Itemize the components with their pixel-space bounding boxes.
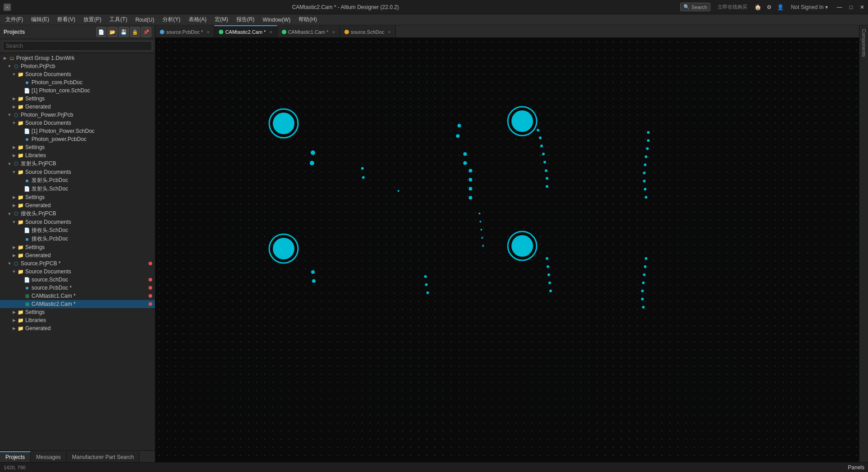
tree-item-project-group[interactable]: ▶ 🗂 Project Group 1.DsnWrk xyxy=(0,54,155,62)
folder-icon-g5: 📁 xyxy=(17,325,24,331)
tree-item-photon-prjpcb[interactable]: ▼ ⬡ Photon.PrjPcb xyxy=(0,62,155,70)
label-src1: Source Documents xyxy=(25,71,71,77)
tree-item-photon-core-pcb[interactable]: ■ Photon_core.PcbDoc xyxy=(0,78,155,86)
arrow-settings3: ▶ xyxy=(11,195,17,200)
minimize-btn[interactable]: — xyxy=(837,4,842,10)
tree-item-src2[interactable]: ▼ 📁 Source Documents xyxy=(0,119,155,127)
tree-item-src5[interactable]: ▼ 📁 Source Documents xyxy=(0,268,155,276)
panels-btn[interactable]: Panels xyxy=(848,464,864,471)
arrow-power: ▼ xyxy=(6,113,13,117)
close-panel-btn[interactable]: 🔒 xyxy=(130,27,140,37)
tree-item-settings4[interactable]: ▶ 📁 Settings xyxy=(0,243,155,251)
titlebar-left: A xyxy=(4,4,11,11)
cam-icon-2: ⊞ xyxy=(23,301,31,307)
folder-icon-g3: 📁 xyxy=(17,202,24,209)
tree-item-source-pcb[interactable]: ■ source.PcbDoc * xyxy=(0,284,155,292)
menu-view[interactable]: 察看(V) xyxy=(54,15,79,24)
user-icon[interactable]: 👤 xyxy=(777,4,784,10)
tree-item-jieshou-pcb[interactable]: ■ 接收头.PcbDoc xyxy=(0,235,155,243)
maximize-btn[interactable]: □ xyxy=(850,4,853,10)
tree-item-generated4[interactable]: ▶ 📁 Generated xyxy=(0,251,155,259)
menu-file[interactable]: 文件(F) xyxy=(2,15,27,24)
label-source-sch: source.SchDoc xyxy=(32,277,68,283)
tree-item-generated3[interactable]: ▶ 📁 Generated xyxy=(0,201,155,209)
search-input[interactable] xyxy=(3,41,152,51)
components-label[interactable]: Components xyxy=(860,27,868,59)
tree-item-settings1[interactable]: ▶ 📁 Settings xyxy=(0,95,155,103)
open-btn[interactable]: 📂 xyxy=(108,27,118,37)
tree-item-cam1[interactable]: ⊞ CAMtastic1.Cam * xyxy=(0,292,155,300)
label-settings2: Settings xyxy=(25,144,45,150)
menu-macro[interactable]: 宏(M) xyxy=(211,15,232,24)
right-panel: Components xyxy=(859,25,868,462)
menu-edit[interactable]: 编辑(E) xyxy=(27,15,53,24)
tree-item-src1[interactable]: ▼ 📁 Source Documents xyxy=(0,70,155,78)
tab-mfr-search[interactable]: Manufacturer Part Search xyxy=(67,451,140,462)
tab-close-source-sch[interactable]: × xyxy=(388,29,391,35)
menu-analyze[interactable]: 分析(Y) xyxy=(159,15,184,24)
menu-place[interactable]: 放置(P) xyxy=(80,15,105,24)
tree-item-jieshou-sch[interactable]: 📄 接收头.SchDoc xyxy=(0,226,155,235)
titlebar-title: CAMtastic2.Cam * - Altium Designer (22.0… xyxy=(11,4,680,10)
tab-close-cam2[interactable]: × xyxy=(269,29,272,35)
tab-messages[interactable]: Messages xyxy=(31,451,67,462)
tree-item-power-sch[interactable]: 📄 [1] Photon_Power.SchDoc xyxy=(0,127,155,135)
tree-item-libraries1[interactable]: ▶ 📁 Libraries xyxy=(0,151,155,159)
close-btn[interactable]: ✕ xyxy=(860,4,864,10)
tree-item-generated1[interactable]: ▶ 📁 Generated xyxy=(0,103,155,111)
tree-item-settings5[interactable]: ▶ 📁 Settings xyxy=(0,308,155,316)
tab-source-pcb[interactable]: source.PcbDoc * × xyxy=(155,25,214,37)
tree-item-source-prjpcb[interactable]: ▼ ⬡ Source.PrjPCB * xyxy=(0,259,155,268)
new-project-btn[interactable]: 📄 xyxy=(96,27,106,37)
settings-icon[interactable]: ⚙ xyxy=(767,4,772,10)
pin-btn[interactable]: 📌 xyxy=(141,27,151,37)
sign-in-text[interactable]: Not Signed In ▾ xyxy=(791,4,828,10)
arrow-fasheji: ▼ xyxy=(6,162,13,166)
tab-bar: source.PcbDoc * × CAMtastic2.Cam * × CAM… xyxy=(155,25,859,38)
tree-item-fasheji-pcb[interactable]: ■ 发射头.PcbDoc xyxy=(0,176,155,185)
label-settings5: Settings xyxy=(25,309,45,315)
menu-window[interactable]: Window(W) xyxy=(259,16,294,24)
canvas-area[interactable] xyxy=(155,38,859,462)
search-label: Search xyxy=(692,5,707,10)
online-btn[interactable]: 立即在线购买 xyxy=(718,4,747,10)
tab-projects[interactable]: Projects xyxy=(0,451,31,462)
tree-item-photon-power[interactable]: ▼ ⬡ Photon_Power.PrjPcb xyxy=(0,111,155,119)
folder-icon-l5: 📁 xyxy=(17,317,24,323)
tree-item-cam2[interactable]: ⊞ CAMtastic2.Cam * xyxy=(0,300,155,308)
pcb-icon-source: ■ xyxy=(23,285,31,291)
tab-source-sch[interactable]: source.SchDoc × xyxy=(340,25,396,37)
panel-search-area xyxy=(0,39,155,53)
folder-icon-s1: 📁 xyxy=(17,95,24,102)
tree-item-source-sch[interactable]: 📄 source.SchDoc xyxy=(0,276,155,284)
tab-close-cam1[interactable]: × xyxy=(332,29,335,35)
titlebar-search[interactable]: 🔍 Search xyxy=(680,3,710,11)
tree-item-fasheji-sch[interactable]: 📄 发射头.SchDoc xyxy=(0,185,155,193)
save-btn[interactable]: 💾 xyxy=(119,27,129,37)
tree-item-generated5[interactable]: ▶ 📁 Generated xyxy=(0,324,155,332)
label-libraries1: Libraries xyxy=(25,152,46,159)
tree-item-jieshou[interactable]: ▼ ⬡ 接收头.PrjPCB xyxy=(0,209,155,218)
label-power-sch: [1] Photon_Power.SchDoc xyxy=(32,128,95,134)
tab-camtastic2[interactable]: CAMtastic2.Cam * × xyxy=(214,25,277,37)
tree-item-fasheji[interactable]: ▼ ⬡ 发射头.PrjPCB xyxy=(0,159,155,168)
label-source-pcb: source.PcbDoc * xyxy=(32,285,72,291)
menu-help[interactable]: 帮助(H) xyxy=(295,15,321,24)
menu-table[interactable]: 表格(A) xyxy=(185,15,210,24)
tree-item-photon-core-sch[interactable]: 📄 [1] Photon_core.SchDoc xyxy=(0,86,155,95)
menu-tools[interactable]: 工具(T) xyxy=(106,15,131,24)
tree-item-src3[interactable]: ▼ 📁 Source Documents xyxy=(0,168,155,176)
tree-item-settings3[interactable]: ▶ 📁 Settings xyxy=(0,193,155,201)
tree-item-src4[interactable]: ▼ 📁 Source Documents xyxy=(0,218,155,226)
tab-close-source-pcb[interactable]: × xyxy=(207,29,209,35)
home-icon[interactable]: 🏠 xyxy=(755,4,761,10)
tree-item-libraries5[interactable]: ▶ 📁 Libraries xyxy=(0,316,155,324)
tree-item-power-pcb[interactable]: ■ Photon_power.PcbDoc xyxy=(0,135,155,143)
menu-rout[interactable]: Rout(U) xyxy=(132,16,158,24)
search-icon: 🔍 xyxy=(683,4,690,10)
bottom-tabs: Projects Messages Manufacturer Part Sear… xyxy=(0,450,155,462)
folder-icon-src2: 📁 xyxy=(17,120,24,126)
tree-item-settings2[interactable]: ▶ 📁 Settings xyxy=(0,143,155,151)
tab-camtastic1[interactable]: CAMtastic1.Cam * × xyxy=(277,25,340,37)
menu-report[interactable]: 报告(R) xyxy=(233,15,258,24)
